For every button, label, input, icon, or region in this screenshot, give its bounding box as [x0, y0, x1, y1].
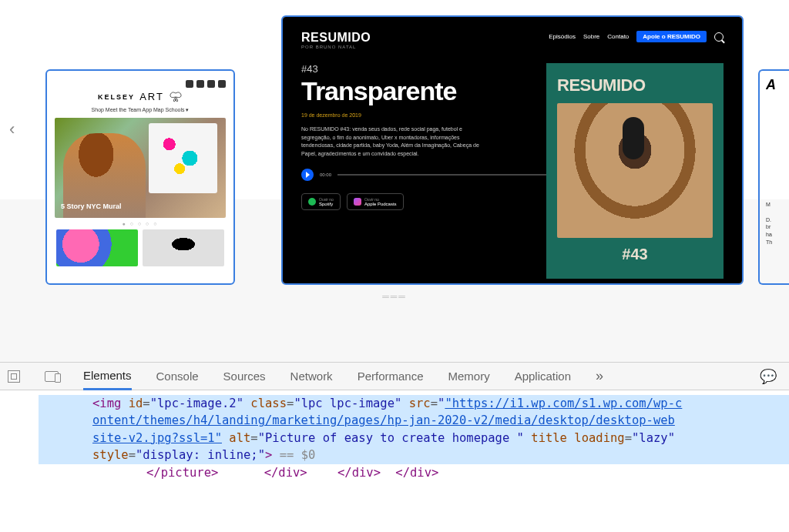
- episode-description: No RESUMIDO #43: venda seus dados, rede …: [301, 125, 486, 158]
- apple-podcasts-badge: Ouvir noApple Podcasts: [347, 193, 404, 210]
- kelsey-logo: KELSEY ART: [55, 91, 226, 102]
- tab-elements[interactable]: Elements: [83, 363, 132, 390]
- tabs-overflow-icon[interactable]: »: [596, 368, 603, 384]
- code-attr: id: [129, 396, 143, 410]
- logo-prefix: KELSEY: [98, 93, 135, 101]
- peek-body-text: M D. br ha Th: [766, 201, 783, 246]
- code-tag: </div>: [395, 466, 438, 480]
- logo-suffix: ART: [139, 91, 164, 102]
- selected-element-indicator: == $0: [272, 448, 315, 462]
- tab-application[interactable]: Application: [515, 363, 571, 389]
- code-tag: </div>: [337, 466, 381, 480]
- resumido-header-left: RESUMIDO POR BRUNO NATAL: [301, 31, 371, 49]
- social-icons-row: [55, 80, 226, 88]
- peek-logo-letter: A: [766, 77, 783, 93]
- social-icon: [186, 80, 193, 88]
- resize-handle-icon[interactable]: ═══: [0, 291, 789, 302]
- code-attr: loading: [574, 431, 624, 445]
- carousel-card-resumido[interactable]: RESUMIDO POR BRUNO NATAL Episódios Sobre…: [281, 15, 744, 285]
- tab-sources[interactable]: Sources: [223, 363, 266, 389]
- code-value: "lazy": [632, 431, 675, 445]
- episode-cover-card: RESUMIDO #43: [546, 63, 724, 279]
- code-attr: src: [409, 396, 431, 410]
- inspect-element-icon[interactable]: [8, 370, 20, 383]
- code-url: site-v2.jpg?ssl=1": [92, 431, 222, 445]
- code-value: "Picture of easy to create homepage ": [258, 431, 524, 445]
- devtools-panel: Elements Console Sources Network Perform…: [0, 362, 789, 532]
- code-tag: <img: [92, 396, 121, 410]
- carousel-prev-icon[interactable]: ‹: [9, 119, 15, 139]
- thumbnail: [56, 229, 138, 266]
- carousel-card-kelsey[interactable]: KELSEY ART Shop Meet the Team App Map Sc…: [45, 69, 235, 285]
- website-carousel-panel: ‹ › KELSEY ART Shop Meet the Team App Ma…: [0, 0, 789, 362]
- code-attr: alt: [229, 431, 250, 445]
- elements-dom-tree[interactable]: <img id="lpc-image.2" class="lpc lpc-ima…: [0, 390, 789, 486]
- resumido-subtitle: POR BRUNO NATAL: [301, 45, 371, 49]
- devtools-tabs: Elements Console Sources Network Perform…: [0, 363, 789, 390]
- social-icon: [196, 80, 204, 88]
- code-attr: title: [531, 431, 567, 445]
- nav-episodios: Episódios: [549, 33, 576, 40]
- tab-performance[interactable]: Performance: [358, 363, 424, 389]
- resumido-nav: Episódios Sobre Contato Apoie o RESUMIDO: [549, 31, 724, 42]
- gallery-thumbnails: [55, 229, 226, 266]
- resumido-logo: RESUMIDO: [301, 31, 371, 45]
- code-value: "lpc lpc-image": [294, 396, 401, 410]
- cover-photo: [557, 103, 713, 238]
- tab-console[interactable]: Console: [156, 363, 199, 389]
- thumbnail: [143, 229, 224, 266]
- kelsey-hero-image: 5 Story NYC Mural: [55, 118, 226, 218]
- nav-contato: Contato: [607, 33, 629, 40]
- code-tag: >: [265, 448, 272, 462]
- code-value: "lpc-image.2": [150, 396, 243, 410]
- code-attr: style: [92, 448, 129, 462]
- carousel-card-next-peek[interactable]: A M D. br ha Th: [758, 69, 789, 285]
- cover-episode-number: #43: [557, 246, 713, 263]
- play-button-icon: [301, 169, 314, 181]
- code-url: "https://i1.wp.com/s1.wp.com/wp-c: [445, 396, 682, 410]
- nav-sobre: Sobre: [583, 33, 599, 40]
- cover-logo: RESUMIDO: [557, 75, 713, 95]
- search-icon: [714, 32, 724, 42]
- kelsey-nav-menu: Shop Meet the Team App Map Schools ▾: [55, 107, 226, 113]
- spotify-badge: Ouvir noSpotify: [301, 193, 341, 210]
- device-toolbar-icon[interactable]: [45, 371, 59, 382]
- code-value: "display: inline;": [136, 448, 265, 462]
- carousel: ‹ › KELSEY ART Shop Meet the Team App Ma…: [0, 15, 789, 285]
- social-icon: [218, 80, 226, 88]
- tab-network[interactable]: Network: [290, 363, 333, 389]
- code-attr: class: [250, 396, 287, 410]
- code-tag: </picture>: [146, 466, 218, 480]
- time-elapsed: 00:00: [320, 172, 331, 177]
- tab-memory[interactable]: Memory: [448, 363, 490, 389]
- social-icon: [207, 80, 215, 88]
- butterfly-icon: [169, 92, 183, 102]
- code-tag: </div>: [264, 466, 307, 480]
- feedback-icon[interactable]: 💬: [760, 368, 777, 385]
- carousel-dots: ● ○ ○ ○ ○: [55, 221, 226, 226]
- code-url: ontent/themes/h4/landing/marketing/pages…: [92, 413, 675, 427]
- hero-title: 5 Story NYC Mural: [61, 202, 122, 210]
- apoie-button: Apoie o RESUMIDO: [636, 31, 707, 42]
